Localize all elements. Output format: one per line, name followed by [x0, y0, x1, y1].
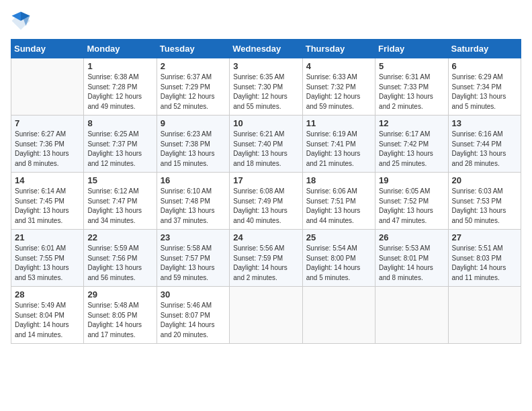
day-info: Sunrise: 5:46 AMSunset: 8:07 PMDaylight:… — [161, 301, 226, 340]
day-number: 18 — [306, 175, 371, 185]
daylight-text-line2: and 47 minutes. — [379, 216, 444, 226]
calendar-cell: 28Sunrise: 5:49 AMSunset: 8:04 PMDayligh… — [11, 287, 84, 344]
weekday-saturday: Saturday — [448, 40, 521, 58]
day-number: 12 — [379, 118, 444, 128]
weekday-monday: Monday — [84, 40, 157, 58]
sunset-text: Sunset: 7:55 PM — [15, 254, 80, 264]
calendar-cell: 6Sunrise: 6:29 AMSunset: 7:34 PMDaylight… — [448, 58, 521, 116]
sunrise-text: Sunrise: 6:31 AM — [379, 73, 444, 83]
day-number: 7 — [15, 118, 80, 128]
weekday-wednesday: Wednesday — [230, 40, 302, 58]
calendar-cell: 21Sunrise: 6:01 AMSunset: 7:55 PMDayligh… — [11, 230, 84, 287]
sunrise-text: Sunrise: 6:06 AM — [306, 187, 371, 197]
daylight-text-line2: and 11 minutes. — [452, 273, 517, 283]
sunrise-text: Sunrise: 6:27 AM — [15, 130, 80, 140]
sunset-text: Sunset: 8:07 PM — [161, 311, 226, 321]
sunset-text: Sunset: 8:04 PM — [15, 311, 80, 321]
daylight-text-line2: and 50 minutes. — [452, 216, 517, 226]
sunrise-text: Sunrise: 6:12 AM — [87, 187, 152, 197]
daylight-text-line1: Daylight: 13 hours — [233, 149, 298, 159]
calendar-cell: 4Sunrise: 6:33 AMSunset: 7:32 PMDaylight… — [302, 58, 375, 116]
daylight-text-line2: and 56 minutes. — [87, 273, 152, 283]
sunset-text: Sunset: 7:47 PM — [87, 197, 152, 207]
sunrise-text: Sunrise: 6:37 AM — [161, 73, 226, 83]
day-number: 1 — [87, 61, 152, 71]
daylight-text-line2: and 20 minutes. — [161, 330, 226, 340]
daylight-text-line2: and 52 minutes. — [161, 102, 226, 112]
daylight-text-line1: Daylight: 14 hours — [233, 263, 298, 273]
calendar-table: SundayMondayTuesdayWednesdayThursdayFrid… — [11, 39, 521, 344]
day-number: 8 — [87, 118, 152, 128]
calendar-cell: 11Sunrise: 6:19 AMSunset: 7:41 PMDayligh… — [302, 116, 375, 173]
daylight-text-line1: Daylight: 13 hours — [452, 149, 517, 159]
calendar-week-5: 28Sunrise: 5:49 AMSunset: 8:04 PMDayligh… — [11, 287, 521, 344]
calendar-cell: 30Sunrise: 5:46 AMSunset: 8:07 PMDayligh… — [157, 287, 229, 344]
daylight-text-line1: Daylight: 13 hours — [15, 206, 80, 216]
sunset-text: Sunset: 7:45 PM — [15, 197, 80, 207]
daylight-text-line1: Daylight: 12 hours — [306, 92, 371, 102]
weekday-tuesday: Tuesday — [157, 40, 229, 58]
calendar-header: SundayMondayTuesdayWednesdayThursdayFrid… — [11, 40, 521, 58]
calendar-cell: 12Sunrise: 6:17 AMSunset: 7:42 PMDayligh… — [375, 116, 448, 173]
calendar-cell: 17Sunrise: 6:08 AMSunset: 7:49 PMDayligh… — [230, 173, 302, 230]
daylight-text-line1: Daylight: 13 hours — [379, 92, 444, 102]
page-header — [11, 11, 521, 31]
sunset-text: Sunset: 7:36 PM — [15, 140, 80, 150]
calendar-cell: 23Sunrise: 5:58 AMSunset: 7:57 PMDayligh… — [157, 230, 229, 287]
daylight-text-line2: and 25 minutes. — [379, 159, 444, 169]
sunrise-text: Sunrise: 5:58 AM — [161, 244, 226, 254]
sunset-text: Sunset: 7:29 PM — [161, 83, 226, 93]
daylight-text-line1: Daylight: 14 hours — [15, 320, 80, 330]
calendar-cell: 19Sunrise: 6:05 AMSunset: 7:52 PMDayligh… — [375, 173, 448, 230]
calendar-body: 1Sunrise: 6:38 AMSunset: 7:28 PMDaylight… — [11, 58, 521, 344]
sunset-text: Sunset: 7:57 PM — [161, 254, 226, 264]
sunset-text: Sunset: 7:30 PM — [233, 83, 298, 93]
daylight-text-line2: and 8 minutes. — [15, 159, 80, 169]
day-info: Sunrise: 5:58 AMSunset: 7:57 PMDaylight:… — [161, 244, 226, 283]
daylight-text-line2: and 21 minutes. — [306, 159, 371, 169]
sunrise-text: Sunrise: 5:49 AM — [15, 301, 80, 311]
day-number: 9 — [161, 118, 226, 128]
daylight-text-line1: Daylight: 13 hours — [161, 206, 226, 216]
daylight-text-line1: Daylight: 13 hours — [161, 149, 226, 159]
day-info: Sunrise: 6:14 AMSunset: 7:45 PMDaylight:… — [15, 187, 80, 226]
weekday-sunday: Sunday — [11, 40, 84, 58]
weekday-thursday: Thursday — [302, 40, 375, 58]
day-number: 5 — [379, 61, 444, 71]
daylight-text-line1: Daylight: 13 hours — [161, 263, 226, 273]
daylight-text-line2: and 59 minutes. — [306, 102, 371, 112]
sunrise-text: Sunrise: 6:14 AM — [15, 187, 80, 197]
calendar-cell: 29Sunrise: 5:48 AMSunset: 8:05 PMDayligh… — [84, 287, 157, 344]
sunrise-text: Sunrise: 6:19 AM — [306, 130, 371, 140]
day-info: Sunrise: 6:27 AMSunset: 7:36 PMDaylight:… — [15, 130, 80, 169]
sunset-text: Sunset: 7:52 PM — [379, 197, 444, 207]
sunset-text: Sunset: 7:56 PM — [87, 254, 152, 264]
day-info: Sunrise: 6:19 AMSunset: 7:41 PMDaylight:… — [306, 130, 371, 169]
sunset-text: Sunset: 7:38 PM — [161, 140, 226, 150]
calendar-cell: 2Sunrise: 6:37 AMSunset: 7:29 PMDaylight… — [157, 58, 229, 116]
calendar-cell — [302, 287, 375, 344]
weekday-friday: Friday — [375, 40, 448, 58]
daylight-text-line1: Daylight: 14 hours — [452, 263, 517, 273]
sunrise-text: Sunrise: 5:48 AM — [87, 301, 152, 311]
calendar-cell: 8Sunrise: 6:25 AMSunset: 7:37 PMDaylight… — [84, 116, 157, 173]
day-info: Sunrise: 6:37 AMSunset: 7:29 PMDaylight:… — [161, 73, 226, 111]
day-number: 10 — [233, 118, 298, 128]
day-info: Sunrise: 6:23 AMSunset: 7:38 PMDaylight:… — [161, 130, 226, 169]
calendar-cell: 18Sunrise: 6:06 AMSunset: 7:51 PMDayligh… — [302, 173, 375, 230]
day-info: Sunrise: 5:53 AMSunset: 8:01 PMDaylight:… — [379, 244, 444, 283]
sunset-text: Sunset: 8:05 PM — [87, 311, 152, 321]
day-number: 27 — [452, 232, 517, 242]
calendar-cell — [375, 287, 448, 344]
sunrise-text: Sunrise: 5:56 AM — [233, 244, 298, 254]
calendar-week-4: 21Sunrise: 6:01 AMSunset: 7:55 PMDayligh… — [11, 230, 521, 287]
calendar-week-2: 7Sunrise: 6:27 AMSunset: 7:36 PMDaylight… — [11, 116, 521, 173]
daylight-text-line2: and 2 minutes. — [233, 273, 298, 283]
day-info: Sunrise: 6:06 AMSunset: 7:51 PMDaylight:… — [306, 187, 371, 226]
sunset-text: Sunset: 7:48 PM — [161, 197, 226, 207]
calendar-cell — [448, 287, 521, 344]
sunset-text: Sunset: 7:49 PM — [233, 197, 298, 207]
calendar-cell: 22Sunrise: 5:59 AMSunset: 7:56 PMDayligh… — [84, 230, 157, 287]
daylight-text-line2: and 53 minutes. — [15, 273, 80, 283]
calendar-cell: 26Sunrise: 5:53 AMSunset: 8:01 PMDayligh… — [375, 230, 448, 287]
